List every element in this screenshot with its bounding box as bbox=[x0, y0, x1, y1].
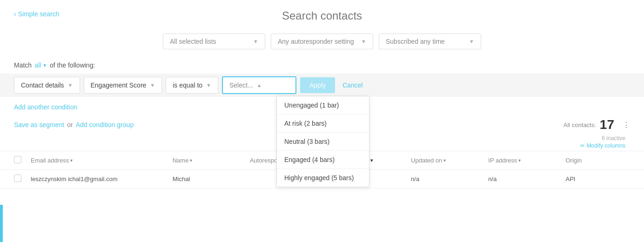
autoresponder-select[interactable]: Any autoresponder setting ▼ bbox=[271, 34, 373, 49]
dropdown-item-engaged[interactable]: Engaged (4 bars) bbox=[277, 151, 369, 169]
header-origin-label: Origin bbox=[565, 157, 582, 164]
match-row: Match all ▼ of the following: bbox=[0, 54, 644, 74]
header-ip[interactable]: IP address ▾ bbox=[488, 157, 565, 164]
filter-bar: All selected lists ▼ Any autoresponder s… bbox=[0, 27, 644, 54]
add-condition-link[interactable]: Add another condition bbox=[14, 103, 77, 111]
chevron-left-icon: ‹ bbox=[14, 10, 16, 18]
save-segment-link[interactable]: Save as segment bbox=[14, 121, 64, 128]
match-prefix: Match bbox=[14, 61, 32, 69]
header-ip-label: IP address bbox=[488, 157, 517, 164]
updated-sort-icon: ▾ bbox=[443, 158, 446, 163]
email-sort-icon: ▾ bbox=[70, 158, 73, 163]
header-name-label: Name bbox=[173, 157, 189, 164]
header-checkbox[interactable] bbox=[14, 156, 31, 165]
more-options-icon[interactable]: ⋮ bbox=[623, 121, 630, 129]
condition-row: Contact details ▼ Engagement Score ▼ is … bbox=[0, 74, 644, 97]
back-link[interactable]: ‹ Simple search bbox=[14, 10, 59, 18]
row-updated: n/a bbox=[411, 176, 488, 182]
header-origin[interactable]: Origin bbox=[565, 157, 630, 164]
select-all-checkbox[interactable] bbox=[14, 156, 21, 163]
value-select[interactable]: Select... ▲ bbox=[222, 76, 296, 94]
page-header: Search contacts bbox=[0, 0, 644, 27]
cancel-button[interactable]: Cancel bbox=[339, 77, 367, 93]
field2-select[interactable]: Engagement Score ▼ bbox=[84, 77, 162, 94]
header-email[interactable]: Email address ▾ bbox=[31, 157, 173, 164]
row-checkbox[interactable] bbox=[14, 175, 31, 183]
dropdown-item-unengaged[interactable]: Unengaged (1 bar) bbox=[277, 96, 369, 115]
header-email-label: Email address bbox=[31, 157, 69, 164]
field2-chevron-icon: ▼ bbox=[150, 82, 155, 88]
page-title: Search contacts bbox=[0, 9, 644, 22]
add-group-link[interactable]: Add condition group bbox=[76, 121, 134, 128]
subscribed-sort-icon: ▾ bbox=[370, 158, 373, 163]
dropdown-item-at-risk[interactable]: At risk (2 bars) bbox=[277, 115, 369, 133]
list-select-value: All selected lists bbox=[170, 38, 216, 45]
list-select[interactable]: All selected lists ▼ bbox=[163, 34, 265, 49]
dropdown-item-highly-engaged[interactable]: Highly engaged (5 bars) bbox=[277, 169, 369, 187]
summary-area: All contacts: 17 ⋮ bbox=[564, 117, 630, 132]
edit-icon: ✏ bbox=[580, 142, 585, 149]
autoresponder-select-value: Any autoresponder setting bbox=[278, 38, 354, 45]
row-email: leszczynskim ichal1@gmail.com bbox=[31, 176, 173, 182]
row-name: Michal bbox=[173, 176, 250, 182]
operator-value: is equal to bbox=[173, 81, 202, 89]
ip-value: n/a bbox=[488, 176, 496, 182]
updated-value: n/a bbox=[411, 176, 419, 182]
subscribed-select-chevron-icon: ▼ bbox=[469, 39, 474, 44]
row-ip: n/a bbox=[488, 176, 565, 182]
list-select-chevron-icon: ▼ bbox=[253, 39, 258, 44]
modify-columns-label: Modify columns bbox=[587, 142, 625, 149]
match-value-link[interactable]: all ▼ bbox=[34, 61, 47, 69]
field1-chevron-icon: ▼ bbox=[68, 82, 73, 88]
ip-sort-icon: ▾ bbox=[518, 158, 521, 163]
subscribed-select[interactable]: Subscribed any time ▼ bbox=[379, 34, 481, 49]
field1-select[interactable]: Contact details ▼ bbox=[14, 77, 80, 94]
back-link-label: Simple search bbox=[18, 10, 60, 18]
apply-button[interactable]: Apply bbox=[300, 77, 335, 93]
header-updated-label: Updated on bbox=[411, 157, 442, 164]
match-chevron-icon: ▼ bbox=[42, 63, 47, 68]
header-updated[interactable]: Updated on ▾ bbox=[411, 157, 488, 164]
field2-value: Engagement Score bbox=[91, 81, 147, 89]
name-value: Michal bbox=[173, 176, 190, 182]
row-select-checkbox[interactable] bbox=[14, 175, 21, 182]
all-contacts-label: All contacts: bbox=[564, 122, 596, 128]
dropdown-item-neutral[interactable]: Neutral (3 bars) bbox=[277, 133, 369, 151]
page-container: ‹ Simple search Search contacts All sele… bbox=[0, 0, 644, 243]
value-placeholder: Select... bbox=[229, 81, 253, 89]
match-value: all bbox=[34, 61, 41, 69]
left-accent-bar bbox=[0, 205, 3, 242]
operator-select[interactable]: is equal to ▼ bbox=[166, 77, 218, 94]
row-origin: API bbox=[565, 176, 630, 182]
name-sort-icon: ▾ bbox=[190, 158, 192, 163]
match-suffix: of the following: bbox=[50, 61, 95, 69]
value-chevron-icon: ▲ bbox=[257, 82, 262, 88]
links-separator: or bbox=[67, 121, 73, 128]
subscribed-select-value: Subscribed any time bbox=[386, 38, 445, 45]
header-name[interactable]: Name ▾ bbox=[173, 157, 250, 164]
modify-columns-link[interactable]: ✏ Modify columns bbox=[580, 142, 625, 149]
operator-chevron-icon: ▼ bbox=[206, 82, 211, 88]
origin-value: API bbox=[565, 176, 575, 182]
contacts-count: 17 bbox=[600, 117, 614, 132]
field1-value: Contact details bbox=[21, 81, 64, 89]
value-dropdown: Unengaged (1 bar) At risk (2 bars) Neutr… bbox=[276, 96, 369, 187]
email-value: leszczynskim ichal1@gmail.com bbox=[31, 176, 118, 182]
autoresponder-select-chevron-icon: ▼ bbox=[361, 39, 366, 44]
